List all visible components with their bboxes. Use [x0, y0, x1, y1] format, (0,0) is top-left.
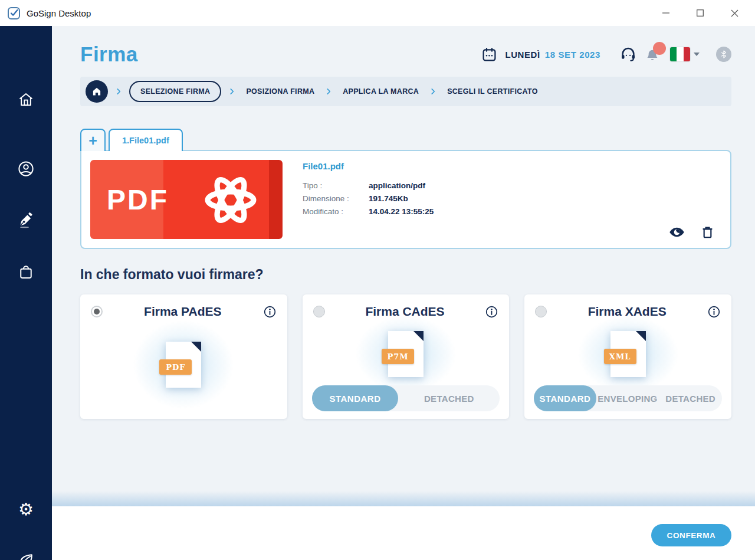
cades-badge: P7M [382, 349, 414, 364]
pades-file-glyph: PDF [133, 320, 234, 409]
cades-info-button[interactable] [485, 305, 498, 319]
sidebar-item-shop[interactable] [0, 262, 52, 282]
pdf-thumbnail: PDF [90, 160, 283, 239]
file-detail-label: Modificato : [303, 207, 369, 216]
shopping-bag-icon [18, 264, 34, 280]
file-detail-row: Modificato : 14.04.22 13:55:25 [303, 207, 434, 216]
page-title: Firma [80, 42, 138, 66]
eye-icon [669, 224, 685, 240]
page-fold-icon [191, 342, 201, 352]
main-area: Firma LUNEDÌ 18 SET 2023 [52, 26, 755, 560]
sidebar-item-profile[interactable] [0, 159, 52, 179]
gear-icon: ⚙ [18, 501, 34, 518]
cades-file-glyph: P7M [356, 316, 456, 392]
page-fold-icon [636, 331, 646, 341]
bluetooth-button[interactable] [716, 47, 731, 62]
pades-info-button[interactable] [263, 305, 277, 319]
xades-radio[interactable] [535, 306, 547, 317]
signature-pen-icon [17, 211, 35, 229]
preview-file-button[interactable] [669, 224, 685, 240]
confirm-button[interactable]: CONFERMA [651, 524, 731, 546]
close-icon [731, 9, 738, 17]
xades-option-enveloping[interactable]: ENVELOPING [596, 394, 659, 404]
xades-option-detached[interactable]: DETACHED [659, 394, 722, 404]
xades-file-glyph: XML [578, 316, 678, 392]
file-detail-row: Tipo : application/pdf [303, 181, 434, 190]
breadcrumb-step-applica-la-marca[interactable]: APPLICA LA MARCA [339, 87, 422, 96]
cades-option-standard[interactable]: STANDARD [312, 385, 399, 411]
pades-title: Firma PAdES [103, 304, 263, 319]
calendar-icon [481, 47, 497, 63]
maximize-icon [697, 9, 704, 17]
file-tabs: + 1.File01.pdf [80, 127, 731, 151]
cades-option-detached[interactable]: DETACHED [398, 394, 500, 404]
info-icon [485, 305, 498, 319]
info-icon [707, 305, 721, 319]
breadcrumb-home-button[interactable] [86, 80, 108, 103]
delete-file-button[interactable] [700, 225, 715, 240]
trash-icon [700, 225, 715, 240]
cades-radio[interactable] [313, 306, 325, 317]
add-file-tab-button[interactable]: + [80, 129, 106, 151]
footer: CONFERMA [52, 506, 755, 560]
leaf-icon [17, 552, 35, 560]
notification-badge [653, 42, 666, 55]
xades-mode-toggle: STANDARD ENVELOPING DETACHED [534, 385, 722, 411]
minimize-icon [662, 9, 669, 17]
file-tab[interactable]: 1.File01.pdf [109, 129, 183, 151]
gosign-logo-icon [7, 6, 21, 20]
chevron-right-icon [429, 87, 437, 96]
file-detail-label: Tipo : [303, 181, 369, 190]
file-card: PDF File01.pdf Tipo : application/pdf Di… [80, 150, 731, 249]
file-detail-row: Dimensione : 191.745Kb [303, 194, 434, 203]
chevron-down-icon [694, 53, 700, 56]
footer-shadow [52, 491, 755, 506]
maximize-button[interactable] [683, 0, 717, 26]
language-flag-italy [670, 47, 690, 61]
bluetooth-icon [719, 50, 728, 59]
breadcrumb: SELEZIONE FIRMA POSIZIONA FIRMA APPLICA … [80, 77, 731, 106]
format-cards: Firma PAdES PDF [80, 294, 731, 419]
breadcrumb-step-selezione-firma[interactable]: SELEZIONE FIRMA [129, 81, 221, 102]
format-card-cades: Firma CAdES P7M STANDARD DETACHED [303, 294, 510, 419]
sidebar-item-home[interactable] [0, 90, 52, 110]
minimize-button[interactable] [649, 0, 683, 26]
home-icon [91, 86, 102, 97]
titlebar: GoSign Desktop [0, 0, 755, 26]
weekday-label: LUNEDÌ [505, 50, 540, 60]
file-detail-value: 191.745Kb [369, 194, 408, 203]
page-fold-icon [413, 331, 424, 341]
close-button[interactable] [717, 0, 751, 26]
sidebar-item-eco[interactable] [0, 551, 52, 560]
cades-mode-toggle: STANDARD DETACHED [312, 385, 500, 411]
chevron-right-icon [114, 87, 123, 96]
pades-badge: PDF [159, 359, 192, 375]
home-icon [18, 91, 34, 108]
xades-info-button[interactable] [707, 305, 721, 319]
language-selector[interactable] [670, 47, 700, 61]
xades-option-standard[interactable]: STANDARD [534, 385, 596, 411]
acrobat-logo-icon [199, 168, 262, 234]
pades-radio[interactable] [91, 306, 103, 317]
chevron-right-icon [324, 87, 333, 96]
breadcrumb-step-scegli-il-certificato[interactable]: SCEGLI IL CERTIFICATO [444, 87, 541, 96]
sidebar: ⚙ [0, 26, 52, 560]
file-detail-value: application/pdf [369, 181, 425, 190]
breadcrumb-step-posiziona-firma[interactable]: POSIZIONA FIRMA [242, 87, 318, 96]
file-name: File01.pdf [303, 161, 434, 171]
support-headset-icon[interactable] [619, 45, 637, 63]
file-detail-label: Dimensione : [303, 194, 369, 203]
app-title: GoSign Desktop [27, 8, 91, 18]
sidebar-item-settings[interactable]: ⚙ [0, 499, 52, 519]
info-icon [263, 305, 277, 319]
format-card-pades: Firma PAdES PDF [80, 294, 287, 419]
format-card-xades: Firma XAdES XML STANDARD ENVELOPING [524, 294, 731, 419]
pdf-thumbnail-label: PDF [107, 184, 169, 216]
file-detail-value: 14.04.22 13:55:25 [369, 207, 434, 216]
date-label: 18 SET 2023 [545, 50, 600, 60]
chevron-right-icon [228, 87, 236, 96]
sidebar-item-firma[interactable] [0, 210, 52, 230]
user-icon [17, 160, 35, 178]
format-question: In che formato vuoi firmare? [80, 267, 731, 283]
notifications-button[interactable] [645, 45, 662, 63]
